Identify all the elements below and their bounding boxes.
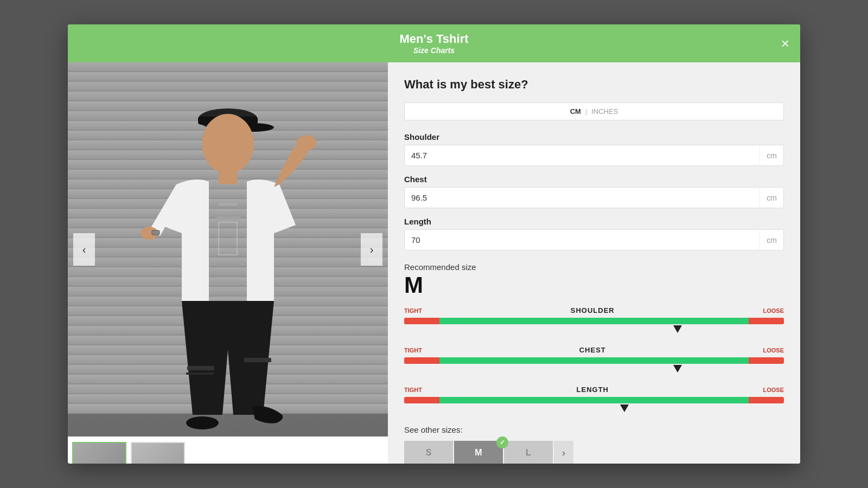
recommended-size: M xyxy=(404,274,784,297)
length-input-wrap: cm xyxy=(404,229,784,251)
length-indicator xyxy=(620,404,629,412)
shoulder-fit-bar xyxy=(404,318,784,324)
chest-fit-bar-row: TIGHT CHEST LOOSE xyxy=(404,346,784,374)
svg-rect-8 xyxy=(219,222,237,255)
svg-rect-4 xyxy=(219,168,237,184)
photo-background xyxy=(68,62,388,436)
recommended-section: Recommended size M TIGHT SHOULDER LOOSE xyxy=(404,262,784,464)
shoulder-green xyxy=(439,318,749,324)
modal-header: Men's Tshirt Size Charts × xyxy=(68,24,800,62)
svg-rect-14 xyxy=(244,358,271,362)
length-indicator-wrap xyxy=(404,403,784,413)
svg-point-15 xyxy=(186,416,219,429)
length-center-label: LENGTH xyxy=(577,386,609,394)
chest-field-group: Chest cm xyxy=(404,175,784,208)
length-red-left xyxy=(404,397,439,403)
svg-rect-12 xyxy=(187,366,214,370)
chest-red-right xyxy=(749,357,784,364)
product-section: ‹ › xyxy=(68,62,388,464)
shoulder-field-group: Shoulder cm xyxy=(404,132,784,166)
svg-point-3 xyxy=(202,114,254,174)
prev-image-button[interactable]: ‹ xyxy=(73,233,95,266)
chest-center-label: CHEST xyxy=(579,346,606,354)
length-field-group: Length cm xyxy=(404,217,784,251)
shoulder-input-wrap: cm xyxy=(404,145,784,166)
thumbnail-2[interactable] xyxy=(131,442,185,464)
size-next-button[interactable]: › xyxy=(554,441,573,464)
modal-title: Men's Tshirt xyxy=(399,32,468,46)
recommended-label: Recommended size xyxy=(404,262,784,272)
shoulder-indicator-wrap xyxy=(404,324,784,334)
chevron-right-icon: › xyxy=(370,243,374,256)
chest-tight-label: TIGHT xyxy=(404,347,422,354)
size-btn-m[interactable]: M xyxy=(454,441,503,464)
svg-point-9 xyxy=(297,135,316,150)
svg-rect-5 xyxy=(219,203,237,206)
product-image-main: ‹ › xyxy=(68,62,388,436)
thumbnails xyxy=(68,436,388,464)
sizechart-title: What is my best size? xyxy=(404,78,784,92)
length-green xyxy=(439,397,749,403)
length-fit-bar xyxy=(404,397,784,403)
svg-rect-11 xyxy=(152,230,159,235)
length-red-right xyxy=(749,397,784,403)
shoulder-red-right xyxy=(749,318,784,324)
shoulder-tight-label: TIGHT xyxy=(404,307,422,314)
shoulder-center-label: SHOULDER xyxy=(571,306,615,314)
shoulder-fit-bar-row: TIGHT SHOULDER LOOSE xyxy=(404,306,784,334)
checkmark-badge: ✓ xyxy=(496,436,508,448)
chest-fit-header: TIGHT CHEST LOOSE xyxy=(404,346,784,354)
size-buttons: S M ✓ L › xyxy=(404,441,784,464)
length-label: Length xyxy=(404,217,784,226)
chest-loose-label: LOOSE xyxy=(763,347,784,354)
unit-cm[interactable]: CM xyxy=(570,107,581,115)
length-loose-label: LOOSE xyxy=(763,387,784,393)
size-next-icon: › xyxy=(562,447,565,459)
length-tight-label: TIGHT xyxy=(404,387,422,393)
size-btn-l[interactable]: L xyxy=(504,441,553,464)
chest-red-left xyxy=(404,357,439,364)
shoulder-loose-label: LOOSE xyxy=(763,307,784,314)
shoulder-input[interactable] xyxy=(405,145,760,165)
other-sizes-section: See other sizes: S M ✓ L › xyxy=(404,425,784,464)
unit-inches[interactable]: INCHES xyxy=(591,107,618,115)
close-button[interactable]: × xyxy=(781,36,789,50)
shoulder-label: Shoulder xyxy=(404,132,784,142)
sizechart-section: What is my best size? CM | INCHES Should… xyxy=(388,62,800,464)
chest-indicator-wrap xyxy=(404,364,784,374)
chest-fit-bar xyxy=(404,357,784,364)
chest-unit: cm xyxy=(760,188,783,208)
size-btn-s[interactable]: S xyxy=(404,441,453,464)
chest-indicator xyxy=(673,365,682,373)
svg-rect-7 xyxy=(215,217,240,218)
length-fit-bar-row: TIGHT LENGTH LOOSE xyxy=(404,386,784,413)
shoulder-fit-header: TIGHT SHOULDER LOOSE xyxy=(404,306,784,314)
chest-input[interactable] xyxy=(405,188,760,208)
length-fit-header: TIGHT LENGTH LOOSE xyxy=(404,386,784,394)
length-unit: cm xyxy=(760,230,783,250)
chevron-left-icon: ‹ xyxy=(82,243,86,256)
modal-subtitle: Size Charts xyxy=(413,46,455,55)
chest-input-wrap: cm xyxy=(404,187,784,208)
shoulder-unit: cm xyxy=(760,146,783,165)
length-input[interactable] xyxy=(405,230,760,250)
chest-green xyxy=(439,357,749,364)
size-btn-m-wrap: M ✓ xyxy=(454,441,504,464)
modal-body: ‹ › What is my best size? CM xyxy=(68,62,800,464)
next-image-button[interactable]: › xyxy=(361,233,382,266)
unit-divider: | xyxy=(585,107,587,115)
shoulder-red-left xyxy=(404,318,439,324)
shoulder-indicator xyxy=(673,325,682,333)
chest-label: Chest xyxy=(404,175,784,184)
unit-toggle: CM | INCHES xyxy=(404,102,784,120)
modal: Men's Tshirt Size Charts × xyxy=(68,24,800,464)
other-sizes-label: See other sizes: xyxy=(404,425,784,434)
person-figure xyxy=(68,62,388,436)
thumbnail-1[interactable] xyxy=(72,442,126,464)
svg-rect-13 xyxy=(186,373,214,375)
svg-rect-6 xyxy=(219,210,237,211)
